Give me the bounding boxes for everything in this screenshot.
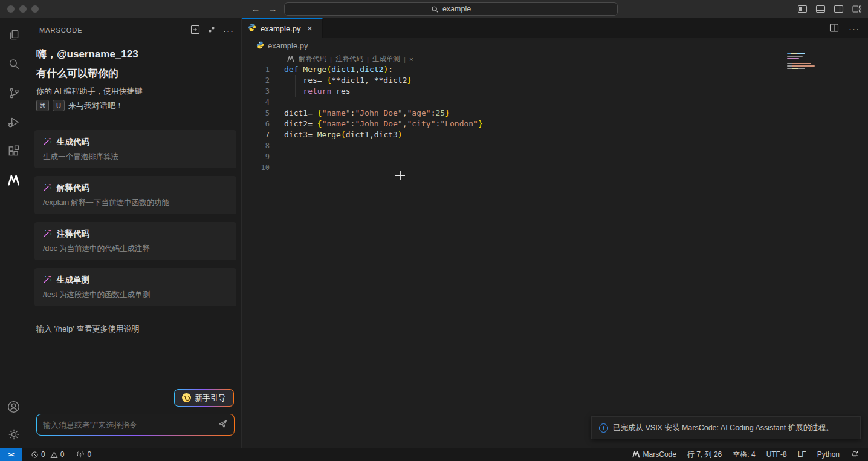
- history-back-button[interactable]: ←: [249, 2, 262, 16]
- tab-close-icon[interactable]: ×: [305, 24, 314, 33]
- marscode-status[interactable]: MarsCode: [626, 450, 682, 459]
- more-ellipsis-icon[interactable]: ···: [223, 28, 234, 34]
- port-count: 0: [87, 450, 91, 459]
- greeting-line2: 有什么可以帮你的: [36, 67, 118, 80]
- close-window-icon[interactable]: [7, 5, 15, 13]
- marscode-panel: MARSCODE ··· 嗨，@username_123 有什么可以帮你的 你的…: [27, 18, 242, 448]
- minimize-window-icon[interactable]: [19, 5, 27, 13]
- breadcrumb[interactable]: example.py: [242, 38, 868, 53]
- codelens-close-icon[interactable]: ×: [409, 56, 413, 63]
- search-value: example: [442, 5, 471, 13]
- split-editor-icon[interactable]: [829, 23, 839, 35]
- indentation-status[interactable]: 空格: 4: [727, 450, 760, 460]
- cursor-position-status[interactable]: 行 7, 列 26: [682, 450, 727, 460]
- code-line-text[interactable]: def Merge(dict1,dict2):: [270, 64, 393, 75]
- command-center-search[interactable]: example: [284, 2, 618, 16]
- code-line[interactable]: 6dict2= {"name":"John Doe","city":"Londo…: [242, 119, 786, 129]
- toggle-secondary-sidebar-icon[interactable]: [834, 4, 844, 14]
- error-count: 0: [41, 450, 45, 459]
- onboarding-guide-button[interactable]: 新手引导: [175, 390, 233, 406]
- line-number: 7: [242, 129, 270, 140]
- card-desc: /explain 解释一下当前选中函数的功能: [43, 198, 228, 208]
- eol: LF: [798, 450, 806, 459]
- toggle-sidebar-icon[interactable]: [797, 4, 808, 14]
- codelens-action[interactable]: 注释代码: [335, 54, 363, 64]
- ports-status[interactable]: 0: [72, 448, 96, 461]
- codelens-action[interactable]: 解释代码: [299, 54, 326, 64]
- code-line[interactable]: 3 return res: [242, 86, 786, 97]
- language-mode-status[interactable]: Python: [812, 450, 845, 459]
- settings-button[interactable]: [0, 422, 27, 446]
- card-desc: /doc 为当前选中的代码生成注释: [43, 244, 228, 254]
- code-line-text[interactable]: dict2= {"name":"John Doe","city":"London…: [270, 119, 483, 129]
- code-line[interactable]: 8: [242, 140, 786, 151]
- line-number: 4: [242, 97, 270, 108]
- sidebar-item-run-debug[interactable]: [0, 110, 27, 134]
- eol-status[interactable]: LF: [792, 450, 812, 459]
- minimap[interactable]: [787, 53, 821, 69]
- sidebar-item-extensions[interactable]: [0, 139, 27, 163]
- chat-input[interactable]: [43, 420, 213, 430]
- code-line-text[interactable]: dict1= {"name":"John Doe","age":25}: [270, 108, 450, 119]
- codelens-bar: 解释代码|注释代码|生成单测|×: [287, 54, 413, 64]
- encoding-status[interactable]: UTF-8: [761, 450, 792, 459]
- tab-example-py[interactable]: example.py ×: [242, 18, 323, 38]
- maximize-window-icon[interactable]: [31, 5, 39, 13]
- code-line[interactable]: 7dict3= Merge(dict1,dict3): [242, 129, 786, 140]
- mouse-crosshair-cursor: [394, 169, 406, 184]
- status-bar: >< 0 0 0 MarsCode 行 7, 列 26 空格: 4 UTF-8: [0, 448, 868, 461]
- warning-count: 0: [60, 450, 65, 459]
- code-line-text[interactable]: [270, 151, 284, 162]
- cmd-keycap: ⌘: [36, 100, 49, 111]
- notification-toast[interactable]: i 已完成从 VSIX 安装 MarsCode: AI Coding Assis…: [591, 416, 861, 439]
- breadcrumb-file[interactable]: example.py: [268, 41, 308, 50]
- explorer-icon: [7, 28, 21, 42]
- notifications-bell[interactable]: [845, 450, 864, 459]
- code-line[interactable]: 2 res= {**dict1, **dict2}: [242, 75, 786, 86]
- card-comment-code[interactable]: 注释代码 /doc 为当前选中的代码生成注释: [34, 222, 236, 260]
- card-title: 生成代码: [57, 137, 89, 148]
- code-line-text[interactable]: return res: [270, 86, 351, 97]
- toggle-panel-icon[interactable]: [815, 4, 826, 14]
- code-line-text[interactable]: res= {**dict1, **dict2}: [270, 75, 412, 86]
- code-line[interactable]: 9: [242, 151, 786, 162]
- code-line-text[interactable]: [270, 97, 284, 108]
- tab-bar: example.py × ···: [242, 18, 868, 38]
- code-line[interactable]: 1def Merge(dict1,dict2):: [242, 64, 786, 75]
- code-line-text[interactable]: [270, 162, 284, 173]
- code-line[interactable]: 4: [242, 97, 786, 108]
- card-generate-tests[interactable]: 生成单测 /test 为这段选中的函数生成单测: [34, 268, 236, 306]
- card-desc: 生成一个冒泡排序算法: [43, 152, 228, 162]
- problems-status[interactable]: 0 0: [27, 448, 68, 461]
- customize-layout-icon[interactable]: [852, 4, 862, 14]
- sidebar-item-marscode[interactable]: [0, 168, 27, 192]
- sliders-icon[interactable]: [207, 25, 216, 37]
- marscode-logo-icon: [287, 56, 295, 62]
- remote-indicator[interactable]: ><: [0, 448, 22, 461]
- error-icon: [31, 451, 39, 459]
- account-button[interactable]: [0, 394, 27, 419]
- code-line-text[interactable]: [270, 140, 284, 151]
- new-chat-plus-icon[interactable]: [190, 25, 200, 37]
- u-keycap: U: [53, 100, 65, 111]
- send-icon[interactable]: [218, 419, 228, 431]
- more-actions-icon[interactable]: ···: [849, 27, 860, 31]
- sidebar-item-search[interactable]: [0, 52, 27, 76]
- panel-title: MARSCODE: [39, 27, 83, 34]
- code-line-text[interactable]: dict3= Merge(dict1,dict3): [270, 129, 403, 140]
- history-forward-button[interactable]: →: [266, 2, 279, 16]
- codelens-action[interactable]: 生成单测: [372, 54, 400, 64]
- card-generate-code[interactable]: 生成代码 生成一个冒泡排序算法: [34, 130, 236, 168]
- card-explain-code[interactable]: 解释代码 /explain 解释一下当前选中函数的功能: [34, 176, 236, 214]
- code-line[interactable]: 10: [242, 162, 786, 173]
- sidebar-item-explorer[interactable]: [0, 23, 27, 47]
- code-line[interactable]: 5dict1= {"name":"John Doe","age":25}: [242, 108, 786, 119]
- help-hint: 输入 '/help' 查看更多使用说明: [36, 324, 139, 335]
- sidebar-item-source-control[interactable]: [0, 81, 27, 105]
- line-number: 6: [242, 119, 270, 129]
- line-number: 10: [242, 162, 270, 173]
- sparkle-icon: [43, 136, 53, 148]
- bell-icon: [850, 450, 859, 459]
- tab-label: example.py: [261, 24, 300, 33]
- info-icon: i: [599, 423, 608, 433]
